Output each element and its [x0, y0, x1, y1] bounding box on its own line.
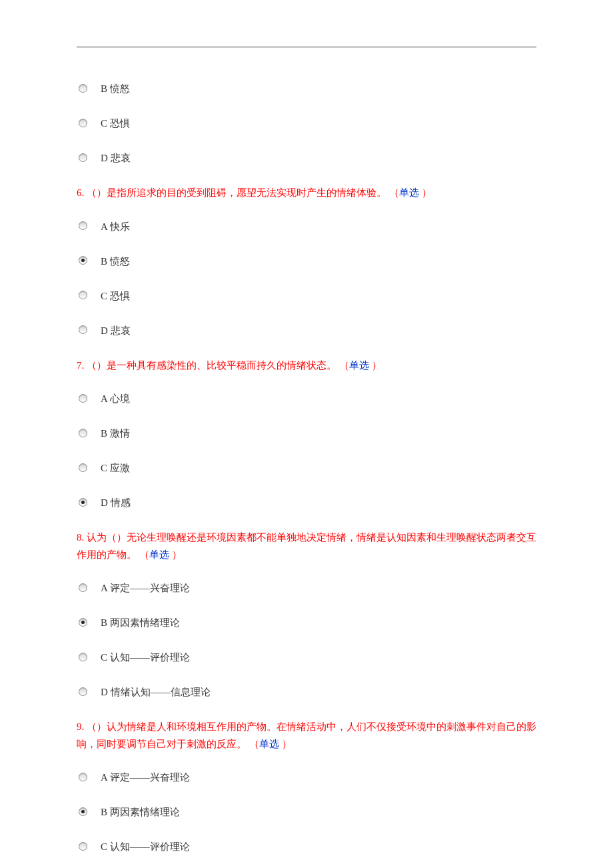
question-text: 8. 认为（）无论生理唤醒还是环境因素都不能单独地决定情绪，情绪是认知因素和生理…: [77, 529, 536, 563]
option-row: B 愤怒: [79, 253, 536, 268]
option-row: C 恐惧: [79, 288, 536, 303]
radio-button[interactable]: [79, 153, 87, 162]
option-row: A 评定——兴奋理论: [79, 769, 536, 784]
radio-button[interactable]: [79, 773, 87, 781]
option-label: D 悲哀: [101, 323, 131, 337]
radio-button[interactable]: [79, 498, 87, 507]
option-label: B 激情: [101, 425, 130, 440]
option-row: B 激情: [79, 425, 536, 440]
option-label: B 两因素情绪理论: [101, 615, 180, 629]
radio-button[interactable]: [79, 256, 87, 265]
radio-button[interactable]: [79, 429, 87, 437]
option-label: C 应激: [101, 460, 130, 475]
option-label: C 恐惧: [101, 288, 130, 303]
option-label: B 愤怒: [101, 253, 130, 268]
question-body: （）认为情绪是人和环境相互作用的产物。在情绪活动中，人们不仅接受环境中的刺激事件…: [77, 721, 536, 749]
option-label: B 愤怒: [101, 81, 130, 95]
type-bracket-open: （: [139, 549, 149, 560]
question-number: 9.: [77, 721, 87, 732]
option-label: A 评定——兴奋理论: [101, 769, 190, 784]
question-body: （）是指所追求的目的受到阻碍，愿望无法实现时产生的情绪体验。: [87, 187, 389, 198]
option-row: B 两因素情绪理论: [79, 804, 536, 819]
radio-button[interactable]: [79, 221, 87, 230]
radio-button[interactable]: [79, 463, 87, 472]
option-label: D 悲哀: [101, 150, 131, 165]
radio-button[interactable]: [79, 325, 87, 334]
radio-button[interactable]: [79, 653, 87, 661]
option-row: D 悲哀: [79, 323, 536, 337]
radio-button[interactable]: [79, 119, 87, 127]
type-bracket-close: ）: [369, 360, 382, 371]
quiz-content: B 愤怒C 恐惧D 悲哀6. （）是指所追求的目的受到阻碍，愿望无法实现时产生的…: [77, 81, 536, 853]
question-text: 7. （）是一种具有感染性的、比较平稳而持久的情绪状态。 （单选 ）: [77, 357, 536, 375]
question-text: 6. （）是指所追求的目的受到阻碍，愿望无法实现时产生的情绪体验。 （单选 ）: [77, 185, 536, 202]
question-type-label: 单选: [349, 360, 369, 371]
option-row: D 悲哀: [79, 150, 536, 165]
option-label: D 情感: [101, 495, 131, 509]
question-number: 6.: [77, 187, 87, 198]
question-type-label: 单选: [259, 739, 279, 749]
option-row: D 情感: [79, 495, 536, 509]
option-row: B 愤怒: [79, 81, 536, 95]
radio-button[interactable]: [79, 291, 87, 299]
option-row: C 认知——评价理论: [79, 839, 536, 853]
option-row: B 两因素情绪理论: [79, 615, 536, 629]
radio-button[interactable]: [79, 618, 87, 627]
option-label: B 两因素情绪理论: [101, 804, 180, 819]
option-label: C 恐惧: [101, 115, 130, 130]
radio-button[interactable]: [79, 583, 87, 592]
radio-button[interactable]: [79, 842, 87, 851]
question-type-label: 单选: [399, 187, 419, 198]
page-divider: [77, 47, 536, 47]
type-bracket-open: （: [389, 187, 399, 198]
option-row: C 认知——评价理论: [79, 649, 536, 664]
type-bracket-close: ）: [169, 549, 182, 560]
radio-button[interactable]: [79, 84, 87, 93]
type-bracket-close: ）: [279, 739, 292, 749]
radio-button[interactable]: [79, 687, 87, 696]
type-bracket-close: ）: [419, 187, 432, 198]
radio-button[interactable]: [79, 807, 87, 816]
question-text: 9. （）认为情绪是人和环境相互作用的产物。在情绪活动中，人们不仅接受环境中的刺…: [77, 719, 536, 753]
option-label: A 快乐: [101, 219, 130, 233]
option-row: D 情绪认知——信息理论: [79, 684, 536, 699]
question-body: （）是一种具有感染性的、比较平稳而持久的情绪状态。: [87, 360, 339, 371]
type-bracket-open: （: [339, 360, 349, 371]
option-row: C 恐惧: [79, 115, 536, 130]
option-row: A 评定——兴奋理论: [79, 580, 536, 595]
option-label: C 认知——评价理论: [101, 649, 190, 664]
option-label: A 评定——兴奋理论: [101, 580, 190, 595]
option-row: C 应激: [79, 460, 536, 475]
question-number: 7.: [77, 360, 87, 371]
question-number: 8.: [77, 532, 87, 543]
option-row: A 心境: [79, 391, 536, 405]
option-label: A 心境: [101, 391, 130, 405]
option-row: A 快乐: [79, 219, 536, 233]
option-label: D 情绪认知——信息理论: [101, 684, 211, 699]
option-label: C 认知——评价理论: [101, 839, 190, 853]
type-bracket-open: （: [249, 739, 259, 749]
radio-button[interactable]: [79, 394, 87, 403]
question-type-label: 单选: [149, 549, 169, 560]
